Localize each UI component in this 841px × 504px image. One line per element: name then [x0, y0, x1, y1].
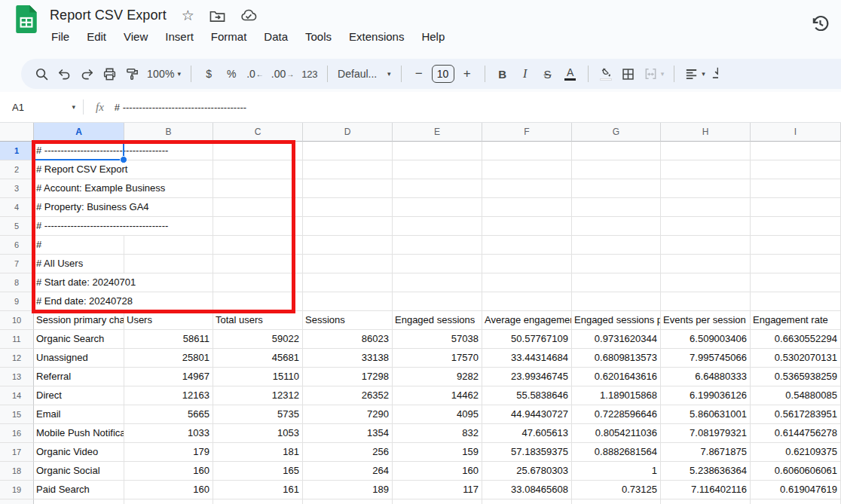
cell-D7[interactable] [303, 255, 393, 273]
borders-button[interactable] [619, 63, 638, 84]
cell-C16[interactable]: 1053 [213, 424, 303, 443]
cell-C19[interactable]: 161 [213, 481, 303, 499]
cell-E7[interactable] [393, 255, 482, 273]
row-header-2[interactable]: 2 [0, 160, 34, 179]
cell-D17[interactable]: 256 [303, 443, 393, 462]
cell-D6[interactable] [303, 236, 393, 255]
cell-G18[interactable]: 1 [572, 462, 661, 481]
cell-F9[interactable] [482, 292, 572, 311]
cell-E4[interactable] [393, 198, 482, 217]
fill-color-button[interactable] [596, 63, 616, 84]
cell-I14[interactable]: 0.54880085 [751, 386, 841, 405]
strikethrough-button[interactable]: S [538, 63, 558, 84]
cloud-saved-icon[interactable] [240, 9, 257, 22]
cell-D2[interactable] [303, 160, 393, 179]
row-header-13[interactable]: 13 [0, 368, 34, 386]
format-percent-button[interactable]: % [222, 63, 241, 84]
cell-G19[interactable]: 0.73125 [572, 481, 661, 499]
cell-I6[interactable] [751, 236, 841, 255]
cell-A16[interactable]: Mobile Push Notifications [34, 424, 124, 443]
cell-E2[interactable] [393, 160, 482, 179]
cell-E8[interactable] [393, 273, 482, 292]
increase-decimal-button[interactable]: .00→ [269, 63, 296, 84]
cell-D16[interactable]: 1354 [303, 424, 393, 443]
cell-I12[interactable]: 0.5302070131 [751, 349, 841, 368]
increase-font-size-button[interactable]: + [457, 63, 477, 84]
cell-C15[interactable]: 5735 [213, 405, 303, 424]
cell-H7[interactable] [661, 255, 751, 273]
cell-H10[interactable]: Events per session [661, 311, 751, 330]
cell-F20[interactable]: 17.5 [482, 499, 572, 504]
cell-G7[interactable] [572, 255, 661, 273]
cell-G20[interactable]: 1 [572, 499, 661, 504]
cell-G15[interactable]: 0.7228596646 [572, 405, 661, 424]
cell-B14[interactable]: 12163 [124, 386, 213, 405]
cell-B10[interactable]: Users [124, 311, 213, 330]
cell-E12[interactable]: 17570 [393, 349, 482, 368]
cell-F18[interactable]: 25.6780303 [482, 462, 572, 481]
font-select[interactable]: Defaul... ▾ [335, 63, 393, 84]
cell-A18[interactable]: Organic Social [34, 462, 124, 481]
cell-H11[interactable]: 6.509003406 [661, 330, 751, 349]
cell-D5[interactable] [303, 217, 393, 236]
cell-D11[interactable]: 86023 [303, 330, 393, 349]
row-header-11[interactable]: 11 [0, 330, 34, 349]
column-header-C[interactable]: C [213, 123, 303, 142]
column-header-B[interactable]: B [124, 123, 213, 142]
format-currency-button[interactable]: $ [199, 63, 219, 84]
row-header-15[interactable]: 15 [0, 405, 34, 424]
cell-D20[interactable]: 57 [303, 499, 393, 504]
cell-A11[interactable]: Organic Search [34, 330, 124, 349]
cell-I2[interactable] [751, 160, 841, 179]
cell-E3[interactable] [393, 179, 482, 198]
row-header-12[interactable]: 12 [0, 349, 34, 368]
cell-G17[interactable]: 0.8882681564 [572, 443, 661, 462]
column-header-I[interactable]: I [751, 123, 841, 142]
cell-I18[interactable]: 0.6060606061 [751, 462, 841, 481]
cell-F1[interactable] [482, 142, 572, 160]
bold-button[interactable]: B [493, 63, 512, 84]
cell-F11[interactable]: 50.57767109 [482, 330, 572, 349]
cell-C11[interactable]: 59022 [213, 330, 303, 349]
row-header-5[interactable]: 5 [0, 217, 34, 236]
row-header-18[interactable]: 18 [0, 462, 34, 481]
cell-A19[interactable]: Paid Search [34, 481, 124, 499]
paint-format-icon[interactable] [122, 63, 142, 84]
cell-E9[interactable] [393, 292, 482, 311]
move-to-folder-icon[interactable] [209, 9, 225, 23]
menu-file[interactable]: File [51, 30, 69, 43]
cell-I10[interactable]: Engagement rate [751, 311, 841, 330]
row-header-20[interactable]: 20 [0, 499, 34, 504]
cell-F16[interactable]: 47.605613 [482, 424, 572, 443]
cell-E16[interactable]: 832 [393, 424, 482, 443]
cell-D15[interactable]: 7290 [303, 405, 393, 424]
cell-A17[interactable]: Organic Video [34, 443, 124, 462]
cell-F7[interactable] [482, 255, 572, 273]
cell-G9[interactable] [572, 292, 661, 311]
row-header-10[interactable]: 10 [0, 311, 34, 330]
column-header-D[interactable]: D [303, 123, 393, 142]
cell-F15[interactable]: 44.94430727 [482, 405, 572, 424]
cell-G5[interactable] [572, 217, 661, 236]
cell-C17[interactable]: 181 [213, 443, 303, 462]
italic-button[interactable]: I [515, 63, 535, 84]
cell-F13[interactable]: 23.99346745 [482, 368, 572, 386]
cell-C14[interactable]: 12312 [213, 386, 303, 405]
cell-H1[interactable] [661, 142, 751, 160]
cell-G3[interactable] [572, 179, 661, 198]
cell-H4[interactable] [661, 198, 751, 217]
font-size-input[interactable]: 10 [432, 65, 454, 83]
cell-I1[interactable] [751, 142, 841, 160]
vertical-align-button[interactable] [711, 66, 718, 83]
row-header-6[interactable]: 6 [0, 236, 34, 255]
cell-F5[interactable] [482, 217, 572, 236]
cell-G1[interactable] [572, 142, 661, 160]
cell-B19[interactable]: 160 [124, 481, 213, 499]
decrease-font-size-button[interactable]: − [409, 63, 429, 84]
cell-A14[interactable]: Direct [34, 386, 124, 405]
row-header-14[interactable]: 14 [0, 386, 34, 405]
cell-F6[interactable] [482, 236, 572, 255]
cell-E5[interactable] [393, 217, 482, 236]
menu-edit[interactable]: Edit [87, 30, 106, 43]
cell-G4[interactable] [572, 198, 661, 217]
